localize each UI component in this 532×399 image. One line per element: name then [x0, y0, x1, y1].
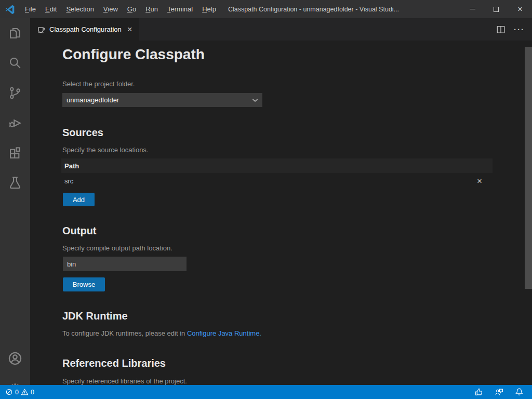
sidebar-item-run-debug[interactable] — [0, 111, 30, 136]
close-button[interactable]: × — [508, 0, 532, 18]
beaker-icon — [8, 176, 22, 190]
tab-label: Classpath Configuration — [49, 25, 122, 33]
sidebar-item-extensions[interactable] — [0, 141, 30, 166]
minimize-icon — [470, 9, 475, 9]
output-heading: Output — [62, 225, 97, 237]
account-icon — [8, 351, 22, 366]
configure-java-runtime-link[interactable]: Configure Java Runtime. — [187, 329, 261, 337]
files-icon — [8, 26, 22, 40]
vscode-window: File Edit Selection View Go Run Terminal… — [0, 0, 532, 399]
error-count: 0 — [15, 389, 19, 396]
sidebar-item-source-control[interactable] — [0, 81, 30, 105]
output-description: Specify compile output path location. — [62, 244, 172, 252]
extensions-icon — [8, 147, 22, 160]
tab-classpath-configuration[interactable]: Classpath Configuration × — [30, 18, 139, 41]
jdk-text-before: To configure JDK runtimes, please edit i… — [62, 329, 187, 337]
menu-help[interactable]: Help — [197, 0, 221, 18]
path-column-header: Path — [64, 162, 79, 170]
source-control-icon — [8, 86, 22, 100]
sources-heading: Sources — [62, 127, 103, 139]
split-editor-icon[interactable] — [496, 25, 506, 34]
page-title: Configure Classpath — [62, 46, 205, 63]
editor-scrollbar[interactable] — [525, 47, 532, 289]
chevron-down-icon — [252, 96, 258, 104]
thumbs-up-icon[interactable] — [474, 388, 483, 396]
sources-table-header: Path — [61, 158, 493, 173]
project-folder-select[interactable]: unmanagedfolder — [62, 93, 262, 107]
menu-go[interactable]: Go — [123, 0, 141, 18]
sources-description: Specify the source locations. — [62, 146, 148, 154]
sidebar-item-search[interactable] — [0, 50, 30, 75]
table-row[interactable]: src × — [61, 173, 493, 189]
remove-source-icon[interactable]: × — [477, 177, 482, 185]
output-path-input[interactable] — [63, 257, 187, 271]
menu-bar: File Edit Selection View Go Run Terminal… — [20, 0, 221, 18]
bell-icon[interactable] — [515, 388, 524, 396]
problems-status[interactable]: 0 0 — [5, 388, 34, 396]
activity-bar: ⚙ — [0, 18, 30, 385]
errors-icon — [5, 388, 13, 396]
project-folder-value: unmanagedfolder — [66, 96, 119, 104]
tab-close-icon[interactable]: × — [126, 25, 134, 34]
warning-count: 0 — [31, 389, 34, 396]
menu-file[interactable]: File — [20, 0, 41, 18]
account-button[interactable] — [0, 346, 30, 371]
status-bar-right — [474, 388, 524, 396]
minimize-button[interactable] — [460, 0, 484, 18]
java-cup-icon — [36, 25, 46, 34]
editor-actions: ··· — [496, 18, 532, 41]
feedback-icon[interactable] — [495, 388, 503, 396]
more-actions-icon[interactable]: ··· — [514, 25, 525, 34]
menu-edit[interactable]: Edit — [41, 0, 61, 18]
menu-selection[interactable]: Selection — [61, 0, 98, 18]
classpath-configuration-view: Configure Classpath Select the project f… — [30, 41, 532, 385]
title-bar: File Edit Selection View Go Run Terminal… — [0, 0, 532, 18]
referenced-libraries-heading: Referenced Libraries — [62, 357, 166, 369]
referenced-libraries-description: Specify referenced libraries of the proj… — [62, 377, 187, 385]
project-folder-label: Select the project folder. — [62, 80, 135, 88]
maximize-button[interactable] — [484, 0, 508, 18]
sidebar-item-explorer[interactable] — [0, 21, 30, 46]
close-icon: × — [517, 5, 523, 14]
vscode-logo-icon — [5, 4, 15, 15]
sidebar-item-testing[interactable] — [0, 170, 30, 195]
menu-terminal[interactable]: Terminal — [163, 0, 197, 18]
add-source-button[interactable]: Add — [63, 193, 95, 206]
browse-button[interactable]: Browse — [63, 277, 105, 291]
editor-tab-bar: Classpath Configuration × ··· — [30, 18, 532, 41]
jdk-runtime-heading: JDK Runtime — [62, 310, 128, 322]
window-title: Classpath Configuration - unmanagedfolde… — [228, 6, 460, 13]
search-icon — [8, 56, 22, 70]
run-debug-icon — [8, 116, 22, 130]
jdk-runtime-text: To configure JDK runtimes, please edit i… — [62, 329, 261, 337]
status-bar: 0 0 — [0, 385, 532, 399]
warnings-icon — [21, 388, 29, 396]
window-controls: × — [460, 0, 532, 18]
menu-view[interactable]: View — [99, 0, 123, 18]
maximize-icon — [494, 7, 499, 12]
menu-run[interactable]: Run — [141, 0, 163, 18]
source-path-value: src — [64, 177, 73, 185]
